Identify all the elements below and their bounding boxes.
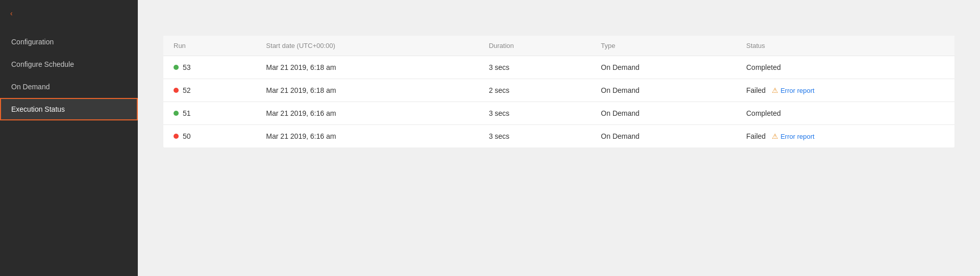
table-row: 53Mar 21 2019, 6:18 am3 secsOn DemandCom…: [163, 56, 954, 79]
main-content: RunStart date (UTC+00:00)DurationTypeSta…: [138, 0, 980, 276]
table-row: 52Mar 21 2019, 6:18 am2 secsOn DemandFai…: [163, 79, 954, 102]
table-row: 51Mar 21 2019, 6:16 am3 secsOn DemandCom…: [163, 102, 954, 125]
run-number: 51: [183, 109, 191, 117]
cell-type: On Demand: [591, 56, 736, 79]
col-start-date: Start date (UTC+00:00): [256, 36, 478, 56]
cell-start-date: Mar 21 2019, 6:16 am: [256, 125, 478, 148]
error-report-text: Error report: [780, 87, 814, 94]
green-status-dot: [174, 65, 179, 70]
cell-run: 50: [163, 125, 256, 148]
cell-duration: 2 secs: [479, 79, 591, 102]
cell-duration: 3 secs: [479, 56, 591, 79]
cell-status: Failed⚠Error report: [736, 125, 954, 148]
sidebar-nav: ConfigurationConfigure ScheduleOn Demand…: [0, 31, 138, 120]
status-text: Completed: [746, 109, 781, 117]
cell-start-date: Mar 21 2019, 6:18 am: [256, 79, 478, 102]
sidebar-item-configuration[interactable]: Configuration: [0, 31, 138, 53]
warning-icon: ⚠: [772, 86, 778, 94]
cell-type: On Demand: [591, 79, 736, 102]
green-status-dot: [174, 111, 179, 116]
run-number: 53: [183, 63, 191, 71]
cell-run: 52: [163, 79, 256, 102]
sidebar-item-configure-schedule[interactable]: Configure Schedule: [0, 53, 138, 76]
red-status-dot: [174, 134, 179, 139]
error-report-link[interactable]: ⚠Error report: [772, 86, 814, 94]
cell-type: On Demand: [591, 102, 736, 125]
cell-duration: 3 secs: [479, 102, 591, 125]
sidebar-item-execution-status[interactable]: Execution Status: [0, 98, 138, 120]
red-status-dot: [174, 88, 179, 93]
cell-status: Failed⚠Error report: [736, 79, 954, 102]
cell-status: Completed: [736, 102, 954, 125]
error-report-link[interactable]: ⚠Error report: [772, 132, 814, 140]
table-header: RunStart date (UTC+00:00)DurationTypeSta…: [163, 36, 954, 56]
table-row: 50Mar 21 2019, 6:16 am3 secsOn DemandFai…: [163, 125, 954, 148]
col-type: Type: [591, 36, 736, 56]
col-status: Status: [736, 36, 954, 56]
chevron-left-icon: ‹: [10, 9, 13, 17]
cell-start-date: Mar 21 2019, 6:16 am: [256, 102, 478, 125]
run-number: 50: [183, 132, 191, 140]
status-text: Failed: [746, 86, 766, 94]
cell-status: Completed: [736, 56, 954, 79]
cell-duration: 3 secs: [479, 125, 591, 148]
back-button[interactable]: ‹: [0, 0, 138, 27]
status-text: Failed: [746, 132, 766, 140]
cell-run: 51: [163, 102, 256, 125]
run-number: 52: [183, 86, 191, 94]
table-body: 53Mar 21 2019, 6:18 am3 secsOn DemandCom…: [163, 56, 954, 148]
warning-icon: ⚠: [772, 132, 778, 140]
status-text: Completed: [746, 63, 781, 71]
execution-table: RunStart date (UTC+00:00)DurationTypeSta…: [163, 36, 954, 147]
col-duration: Duration: [479, 36, 591, 56]
sidebar: ‹ ConfigurationConfigure ScheduleOn Dema…: [0, 0, 138, 276]
error-report-text: Error report: [780, 133, 814, 140]
col-run: Run: [163, 36, 256, 56]
execution-table-container: RunStart date (UTC+00:00)DurationTypeSta…: [163, 36, 954, 147]
cell-run: 53: [163, 56, 256, 79]
cell-type: On Demand: [591, 125, 736, 148]
sidebar-item-on-demand[interactable]: On Demand: [0, 76, 138, 98]
cell-start-date: Mar 21 2019, 6:18 am: [256, 56, 478, 79]
